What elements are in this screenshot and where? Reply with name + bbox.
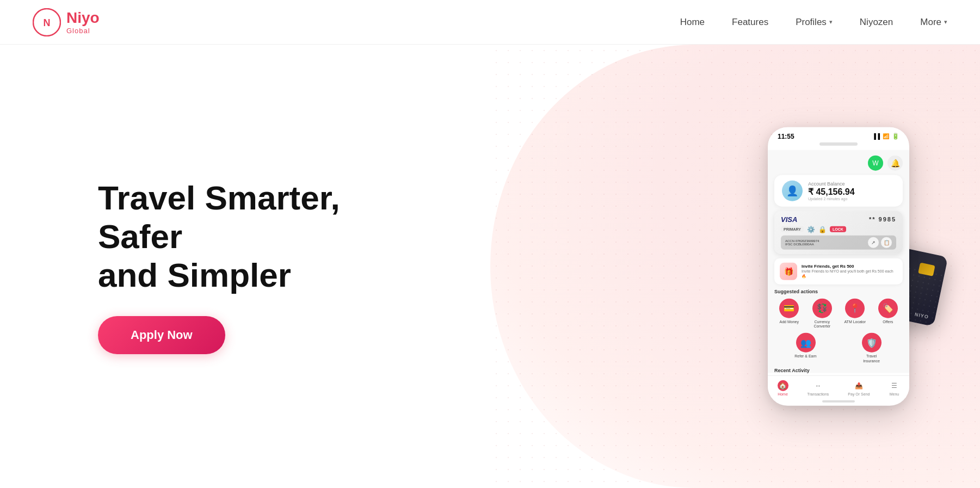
logo-sub: Global [66, 27, 100, 35]
nav-item-home[interactable]: Home [680, 17, 705, 28]
nav-item-more[interactable]: More ▾ [920, 17, 947, 28]
bottom-nav-pay-send[interactable]: 📤 Pay Or Send [848, 380, 870, 396]
nav-link-home[interactable]: Home [680, 17, 705, 27]
logo-name: Niyo [66, 9, 100, 26]
phone-time: 11:55 [778, 132, 794, 140]
refer-icon-circle: 👥 [796, 333, 816, 353]
phone-mockup-area: 11:55 ▐▐ 📶 🔋 W 🔔 [768, 127, 909, 406]
bell-icon: 🔔 [891, 158, 900, 167]
phone-status-bar: 11:55 ▐▐ 📶 🔋 [768, 127, 909, 142]
copy-button[interactable]: 📋 [881, 237, 892, 248]
visa-logo: VISA [781, 215, 797, 223]
hero-title: Travel Smarter, Safer and Simpler [98, 178, 381, 295]
add-money-label: Add Money [780, 319, 799, 324]
avatar-emoji: 👤 [786, 184, 798, 196]
refer-label: Refer & Earn [794, 354, 816, 359]
visa-card[interactable]: VISA ** 9985 PRIMARY ⚙️ 🔒 LOCK ACCN 0782… [774, 211, 903, 254]
nav-item-profiles[interactable]: Profiles ▾ [796, 17, 833, 28]
niyo-logo-icon: N [33, 8, 61, 36]
card-account-info: ACCN 07820Z3909974 IFSC DCBL0000AA ↗ 📋 [781, 235, 896, 249]
actions-grid-row1: 💳 Add Money 💱 CurrencyConverter 📍 ATM Lo… [774, 298, 903, 329]
hero-content: Travel Smarter, Safer and Simpler Apply … [0, 178, 381, 355]
currency-icon-circle: 💱 [812, 298, 832, 318]
logo[interactable]: N Niyo Global [33, 8, 100, 36]
status-icons: ▐▐ 📶 🔋 [872, 133, 899, 140]
balance-card: 👤 Account Balance ₹ 45,156.94 Updated 2 … [774, 175, 903, 206]
action-currency-converter[interactable]: 💱 CurrencyConverter [808, 298, 837, 329]
signal-icon: ▐▐ [872, 133, 880, 139]
insurance-icon-circle: 🛡️ [862, 333, 882, 353]
phone-topbar: W 🔔 [774, 155, 903, 170]
user-avatar: 👤 [782, 180, 803, 201]
phone-mockup: 11:55 ▐▐ 📶 🔋 W 🔔 [768, 127, 909, 406]
menu-nav-label: Menu [890, 392, 899, 396]
currency-label: CurrencyConverter [813, 319, 830, 329]
invite-text: Invite Friends, get Rs 500 Invite Friend… [802, 264, 897, 279]
invite-image: 🎁 [780, 262, 797, 280]
action-offers[interactable]: 🏷️ Offers [873, 298, 903, 329]
nav-links: Home Features Profiles ▾ Niyozen More ▾ [680, 17, 947, 28]
nav-item-niyozen[interactable]: Niyozen [860, 17, 893, 28]
action-atm-locator[interactable]: 📍 ATM Locator [840, 298, 870, 329]
home-nav-label: Home [778, 392, 788, 396]
invite-title: Invite Friends, get Rs 500 [802, 264, 897, 269]
bottom-nav-transactions[interactable]: ↔️ Transactions [808, 380, 829, 396]
wifi-icon: 📶 [883, 133, 889, 139]
atm-label: ATM Locator [844, 319, 866, 324]
whatsapp-button[interactable]: W [868, 155, 883, 170]
svg-text:N: N [44, 17, 51, 28]
nav-link-profiles[interactable]: Profiles ▾ [796, 17, 833, 27]
whatsapp-icon: W [872, 159, 878, 166]
lock-icon: 🔒 [818, 225, 827, 233]
phone-body: W 🔔 👤 Account Balance ₹ 45,156.94 Update… [768, 150, 909, 373]
action-travel-insurance[interactable]: 🛡️ TravelInsurance [840, 333, 903, 363]
nav-link-features[interactable]: Features [732, 17, 768, 27]
transactions-nav-icon: ↔️ [812, 380, 823, 391]
bottom-nav-menu[interactable]: ☰ Menu [889, 380, 899, 396]
nav-link-niyozen[interactable]: Niyozen [860, 17, 893, 27]
transactions-nav-label: Transactions [808, 392, 829, 396]
pay-nav-label: Pay Or Send [848, 392, 870, 396]
notifications-button[interactable]: 🔔 [887, 155, 903, 170]
settings-icon[interactable]: ⚙️ [807, 225, 815, 233]
navbar: N Niyo Global Home Features Profiles ▾ N… [0, 0, 980, 45]
balance-label: Account Balance [808, 181, 895, 186]
pay-nav-icon: 📤 [853, 380, 864, 391]
account-details: ACCN 07820Z3909974 IFSC DCBL0000AA [785, 239, 819, 245]
phone-notch [819, 142, 858, 145]
card-account-actions: ↗ 📋 [868, 237, 892, 248]
recent-activity-label: Recent Activity [774, 368, 903, 373]
atm-icon-circle: 📍 [845, 298, 865, 318]
battery-icon: 🔋 [892, 133, 899, 140]
lock-badge: LOCK [830, 226, 846, 232]
invite-banner[interactable]: 🎁 Invite Friends, get Rs 500 Invite Frie… [774, 258, 903, 284]
profiles-chevron-icon: ▾ [829, 18, 833, 26]
home-nav-icon: 🏠 [778, 380, 788, 391]
hero-section: Travel Smarter, Safer and Simpler Apply … [0, 45, 980, 488]
action-add-money[interactable]: 💳 Add Money [774, 298, 804, 329]
offers-icon-circle: 🏷️ [878, 298, 898, 318]
card-ifsc: IFSC DCBL0000AA [785, 242, 819, 245]
visa-card-top: VISA ** 9985 [781, 215, 896, 223]
suggested-actions-title: Suggested actions [774, 288, 903, 294]
phone-home-indicator [822, 400, 855, 403]
primary-badge: PRIMARY [781, 226, 804, 232]
action-refer-earn[interactable]: 👥 Refer & Earn [774, 333, 837, 363]
share-button[interactable]: ↗ [868, 237, 879, 248]
balance-amount: ₹ 45,156.94 [808, 186, 895, 196]
actions-grid-row2: 👥 Refer & Earn 🛡️ TravelInsurance [774, 333, 903, 363]
invite-desc: Invite Friends to NIYO and you'll both g… [802, 269, 897, 279]
balance-updated: Updated 2 minutes ago [808, 196, 895, 200]
nav-item-features[interactable]: Features [732, 17, 768, 28]
menu-nav-icon: ☰ [889, 380, 899, 391]
apply-now-button[interactable]: Apply Now [98, 316, 225, 354]
bottom-nav-home[interactable]: 🏠 Home [778, 380, 788, 396]
add-money-icon-circle: 💳 [779, 298, 799, 318]
insurance-label: TravelInsurance [863, 354, 880, 363]
card-number: ** 9985 [869, 216, 896, 223]
balance-info: Account Balance ₹ 45,156.94 Updated 2 mi… [808, 181, 895, 200]
nav-link-more[interactable]: More ▾ [920, 17, 947, 27]
more-chevron-icon: ▾ [944, 18, 947, 26]
card-badges: PRIMARY ⚙️ 🔒 LOCK [781, 225, 896, 233]
phone-bottom-nav: 🏠 Home ↔️ Transactions 📤 Pay Or Send ☰ M… [768, 375, 909, 398]
